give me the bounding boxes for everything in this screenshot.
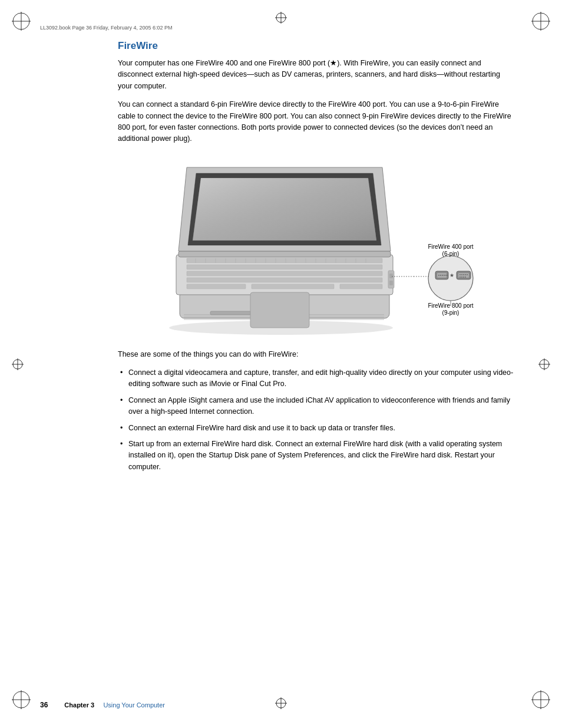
corner-mark-bl [11, 689, 32, 710]
svg-point-72 [442, 275, 443, 276]
list-item: Connect an external FireWire hard disk a… [118, 423, 515, 434]
svg-rect-37 [340, 284, 382, 289]
svg-point-87 [465, 276, 466, 278]
chapter-title: Using Your Computer [103, 701, 165, 709]
svg-text:(9-pin): (9-pin) [442, 309, 459, 316]
section-title: FireWire [118, 40, 515, 52]
svg-rect-35 [187, 284, 246, 289]
svg-point-70 [438, 275, 439, 276]
svg-rect-60 [178, 251, 391, 257]
center-mark-top [274, 11, 288, 25]
page-number: 36 [40, 701, 48, 709]
svg-point-82 [465, 274, 466, 275]
svg-point-84 [459, 276, 461, 278]
svg-rect-34 [187, 278, 382, 282]
svg-point-85 [461, 276, 462, 278]
laptop-diagram: ★ FireWire 400 port (6-pin) [151, 156, 481, 338]
svg-rect-58 [389, 274, 393, 278]
svg-rect-31 [187, 258, 382, 263]
paragraph-1: Your computer has one FireWire 400 and o… [118, 58, 515, 92]
bullet-list: Connect a digital videocamera and captur… [118, 367, 515, 473]
svg-rect-33 [187, 271, 382, 276]
svg-point-73 [444, 275, 445, 276]
list-item: Connect a digital videocamera and captur… [118, 367, 515, 390]
illustration-area: ★ FireWire 400 port (6-pin) [118, 156, 515, 338]
main-content: FireWire Your computer has one FireWire … [118, 40, 515, 681]
svg-point-79 [459, 274, 461, 275]
svg-point-83 [467, 274, 468, 275]
svg-rect-56 [250, 292, 309, 328]
svg-rect-57 [388, 271, 394, 288]
svg-text:★: ★ [449, 272, 454, 278]
footer: 36 Chapter 3 Using Your Computer [40, 701, 522, 709]
svg-point-81 [463, 274, 464, 275]
center-mark-right [537, 357, 551, 371]
chapter-label: Chapter 3 [64, 701, 94, 709]
svg-point-71 [440, 275, 441, 276]
svg-rect-36 [252, 284, 334, 289]
svg-rect-59 [389, 281, 393, 285]
corner-mark-br [530, 689, 551, 710]
svg-point-80 [461, 274, 462, 275]
list-item: Start up from an external FireWire hard … [118, 439, 515, 473]
svg-text:(6-pin): (6-pin) [442, 251, 459, 257]
svg-point-86 [463, 276, 464, 278]
bullets-intro: These are some of the things you can do … [118, 349, 515, 360]
header-meta: LL3092.book Page 36 Friday, February 4, … [40, 25, 172, 31]
center-mark-left [11, 357, 25, 371]
svg-marker-64 [193, 178, 376, 241]
corner-mark-tr [530, 11, 551, 32]
list-item: Connect an Apple iSight camera and use t… [118, 395, 515, 418]
svg-text:FireWire 400 port: FireWire 400 port [428, 243, 473, 250]
paragraph-2: You can connect a standard 6-pin FireWir… [118, 99, 515, 145]
svg-point-74 [445, 275, 447, 276]
page: LL3092.book Page 36 Friday, February 4, … [0, 0, 562, 728]
footer-chapter-label: Chapter 3 Using Your Computer [64, 701, 165, 709]
svg-rect-32 [187, 265, 382, 269]
svg-point-75 [447, 275, 448, 276]
corner-mark-tl [11, 11, 32, 32]
